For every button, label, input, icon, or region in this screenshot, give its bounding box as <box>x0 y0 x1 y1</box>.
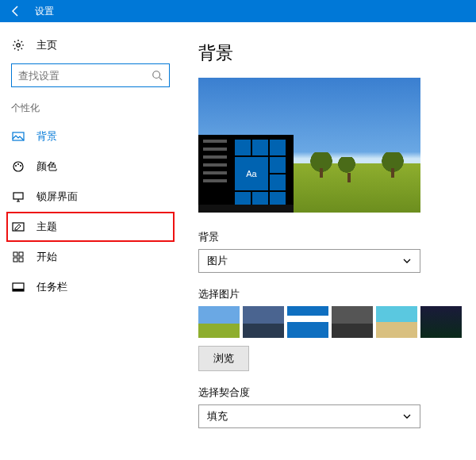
fit-dropdown[interactable]: 填充 <box>198 404 420 428</box>
sidebar-item-colors[interactable]: 颜色 <box>6 151 175 182</box>
search-box[interactable] <box>11 63 170 87</box>
pencil-icon <box>11 220 25 233</box>
svg-point-5 <box>17 163 19 165</box>
search-input[interactable] <box>18 70 152 82</box>
picture-thumbnails <box>198 306 462 338</box>
sidebar-item-label: 锁屏界面 <box>36 190 78 204</box>
sidebar: 主页 个性化 背景 颜色 锁屏界面 主题 开始 <box>0 22 176 460</box>
sidebar-section-label: 个性化 <box>6 102 175 121</box>
palette-icon <box>11 160 25 173</box>
desktop-preview: Aa <box>198 78 420 213</box>
picture-thumb[interactable] <box>198 306 240 338</box>
titlebar-title: 设置 <box>32 5 54 18</box>
background-dropdown[interactable]: 图片 <box>198 249 420 273</box>
sidebar-item-label: 任务栏 <box>36 280 67 294</box>
sidebar-item-start[interactable]: 开始 <box>6 242 175 272</box>
titlebar: 设置 <box>0 0 476 22</box>
svg-rect-14 <box>13 289 24 291</box>
start-grid-icon <box>11 251 25 263</box>
sidebar-home[interactable]: 主页 <box>6 33 175 60</box>
svg-rect-11 <box>13 258 17 262</box>
svg-rect-12 <box>19 258 23 262</box>
svg-point-0 <box>17 44 20 47</box>
picture-thumb[interactable] <box>376 306 417 338</box>
svg-rect-8 <box>13 223 24 231</box>
picture-icon <box>11 130 25 143</box>
gear-icon <box>11 39 25 52</box>
background-dropdown-value: 图片 <box>207 254 228 268</box>
sidebar-item-label: 颜色 <box>36 159 57 174</box>
sidebar-item-label: 开始 <box>36 250 57 264</box>
sidebar-home-label: 主页 <box>36 38 57 52</box>
back-button[interactable] <box>0 0 32 22</box>
svg-point-6 <box>20 165 21 167</box>
page-title: 背景 <box>198 41 462 65</box>
sidebar-item-lockscreen[interactable]: 锁屏界面 <box>6 182 175 212</box>
svg-point-4 <box>15 165 17 167</box>
fit-dropdown-label: 选择契合度 <box>198 385 462 400</box>
sidebar-item-background[interactable]: 背景 <box>6 121 175 151</box>
chevron-down-icon <box>402 256 412 266</box>
taskbar-icon <box>11 281 25 293</box>
background-dropdown-label: 背景 <box>198 230 462 244</box>
svg-rect-7 <box>13 193 23 199</box>
svg-rect-9 <box>13 252 17 256</box>
picture-thumb[interactable] <box>332 306 373 338</box>
preview-tile-text: Aa <box>235 157 268 190</box>
main-panel: 背景 Aa 背景 图片 选择图片 <box>176 22 476 460</box>
svg-rect-10 <box>19 252 23 256</box>
svg-point-3 <box>13 162 23 171</box>
sidebar-item-taskbar[interactable]: 任务栏 <box>6 272 175 302</box>
picture-thumb[interactable] <box>420 306 462 338</box>
svg-point-1 <box>153 71 160 79</box>
picture-thumb[interactable] <box>287 306 328 338</box>
chevron-down-icon <box>402 412 412 421</box>
search-icon <box>152 70 163 81</box>
sidebar-item-themes[interactable]: 主题 <box>6 212 175 242</box>
browse-button[interactable]: 浏览 <box>198 346 249 371</box>
sidebar-item-label: 主题 <box>36 220 57 234</box>
choose-picture-label: 选择图片 <box>198 287 462 301</box>
picture-thumb[interactable] <box>243 306 284 338</box>
fit-dropdown-value: 填充 <box>207 409 228 424</box>
sidebar-item-label: 背景 <box>36 129 57 144</box>
monitor-icon <box>11 190 25 203</box>
arrow-left-icon <box>10 5 22 17</box>
